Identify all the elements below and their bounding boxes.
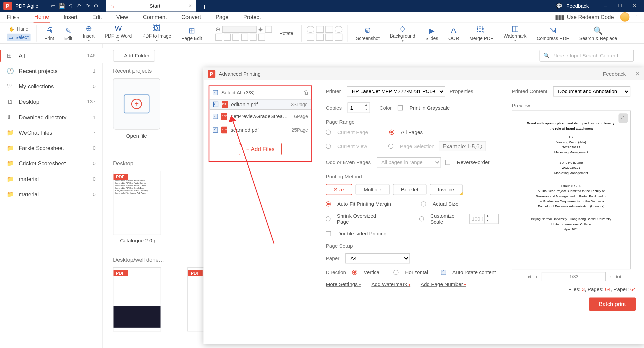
annot-6-icon[interactable]	[316, 33, 324, 40]
pm-tab-invoice[interactable]: Invoice	[430, 184, 462, 195]
menu-edit[interactable]: Edit	[91, 12, 103, 22]
minimize-button[interactable]: ─	[599, 1, 611, 10]
sidebar-item-download[interactable]: ⬇Download directory1	[0, 110, 102, 125]
menu-insert[interactable]: Insert	[63, 12, 78, 22]
horizontal-radio[interactable]	[393, 270, 398, 275]
save-icon[interactable]: 💾	[58, 1, 66, 10]
print-button[interactable]: 🖨Print	[40, 23, 58, 43]
next-page-icon[interactable]: ›	[610, 274, 612, 280]
annot-3-icon[interactable]	[325, 26, 333, 32]
tab-start[interactable]: ⌂ Start ×	[106, 0, 196, 11]
properties-link[interactable]: Properties	[450, 88, 473, 94]
page-indicator-input[interactable]	[542, 272, 606, 281]
sidebar-item-cricket[interactable]: 📁Cricket Scoresheet0	[0, 156, 102, 171]
file-checkbox[interactable]	[213, 127, 218, 132]
close-dialog-button[interactable]: ✕	[635, 70, 640, 77]
select-all-checkbox[interactable]	[213, 90, 218, 95]
stepper-down-icon[interactable]: ▼	[363, 108, 369, 113]
redeem-button[interactable]: ▮▮▮ Use Redeem Code	[555, 14, 614, 20]
new-tab-button[interactable]: +	[202, 3, 207, 12]
edit-button[interactable]: ✎Edit	[60, 23, 77, 43]
zoom-select[interactable]	[222, 26, 256, 32]
close-tab-icon[interactable]: ×	[189, 2, 192, 9]
insert-button[interactable]: ⊕Insert▾	[78, 23, 99, 43]
rotate-right-icon[interactable]	[258, 33, 265, 40]
delete-icon[interactable]: 🗑	[304, 90, 309, 96]
user-avatar[interactable]	[620, 12, 630, 22]
shrink-oversized-radio[interactable]	[326, 216, 330, 221]
sidebar-item-all[interactable]: ⊞All146	[0, 48, 102, 63]
merge-pdf-button[interactable]: ⿻Merge PDF	[465, 23, 497, 43]
copies-input[interactable]	[348, 105, 363, 111]
reverse-order-checkbox[interactable]	[445, 160, 450, 165]
sidebar-item-desktop[interactable]: 🖥Desktop137	[0, 94, 102, 110]
fit-page-icon[interactable]	[265, 26, 272, 32]
annot-1-icon[interactable]	[307, 26, 314, 32]
file-checkbox[interactable]	[213, 102, 218, 107]
batch-print-button[interactable]: Batch print	[589, 298, 636, 311]
undo-icon[interactable]: ↶	[75, 1, 84, 10]
last-page-icon[interactable]: ⏭	[616, 274, 621, 280]
menu-comment[interactable]: Comment	[142, 12, 168, 22]
first-page-icon[interactable]: ⏮	[526, 274, 531, 280]
paper-select[interactable]: A4	[345, 253, 410, 264]
copies-stepper[interactable]: ▲▼	[348, 102, 370, 113]
sidebar-item-material2[interactable]: 📁material0	[0, 187, 102, 202]
vertical-radio[interactable]	[352, 270, 357, 275]
more-settings-link[interactable]: More Settings ▾	[326, 281, 361, 287]
hand-tool[interactable]: ✋Hand	[7, 25, 30, 33]
sidebar-item-recent[interactable]: 🕘Recent projects1	[0, 63, 102, 79]
sidebar-item-material1[interactable]: 📁material0	[0, 171, 102, 187]
dialog-feedback-link[interactable]: Feedback	[603, 71, 626, 77]
current-view-radio[interactable]	[326, 144, 331, 149]
select-all-row[interactable]: Select All (3/3) 🗑	[209, 86, 311, 99]
print-icon[interactable]: 🖨	[66, 1, 75, 10]
add-folder-button[interactable]: +Add Folder	[113, 50, 155, 62]
rotate-left-icon[interactable]	[250, 33, 256, 40]
add-watermark-link[interactable]: Add Watermark	[371, 281, 410, 287]
view-mode-4-icon[interactable]	[241, 33, 248, 40]
annot-2-icon[interactable]	[316, 26, 324, 32]
view-mode-3-icon[interactable]	[232, 33, 239, 40]
printer-select[interactable]: HP LaserJet MFP M227-M231 PCL-6	[347, 86, 445, 97]
grayscale-checkbox[interactable]	[398, 105, 403, 110]
settings-icon[interactable]: ⚙	[92, 1, 101, 10]
custom-scale-radio[interactable]	[419, 216, 424, 221]
menu-view[interactable]: View	[115, 12, 129, 22]
menu-convert[interactable]: Convert	[181, 12, 202, 22]
stepper-up-icon[interactable]: ▲	[363, 103, 369, 108]
pm-tab-booklet[interactable]: Booklet	[393, 184, 427, 195]
zoom-in-icon[interactable]: ⊕	[258, 26, 263, 32]
pdf-to-image-button[interactable]: 🖼PDF to Image▾	[138, 23, 175, 43]
open-icon[interactable]: ▭	[49, 1, 58, 10]
add-files-button[interactable]: + Add Files	[239, 143, 282, 155]
file-card-1[interactable]: PDF	[113, 267, 169, 331]
ocr-button[interactable]: AOCR	[444, 23, 463, 43]
redo-icon[interactable]: ↷	[83, 1, 92, 10]
view-mode-2-icon[interactable]	[224, 33, 230, 40]
double-sided-checkbox[interactable]	[326, 231, 331, 236]
all-pages-radio[interactable]	[389, 130, 394, 135]
select-tool[interactable]: ▭Select	[7, 33, 30, 41]
annot-7-icon[interactable]	[325, 33, 333, 40]
feedback-link[interactable]: Feedback	[566, 3, 589, 9]
printed-content-select[interactable]: Document and Annotation	[553, 86, 631, 97]
zoom-out-icon[interactable]: ⊖	[215, 26, 220, 32]
rotate-button[interactable]: Rotate	[275, 23, 298, 43]
odd-even-select[interactable]: All pages in range	[377, 157, 441, 168]
annot-8-icon[interactable]	[335, 33, 342, 40]
close-window-button[interactable]: ✕	[629, 1, 641, 10]
background-button[interactable]: ◇Background▾	[386, 23, 419, 43]
screenshot-button[interactable]: ⎚Screenshot	[352, 23, 384, 43]
menu-file[interactable]: File	[6, 12, 20, 22]
pdf-to-word-button[interactable]: WPDF to Word▾	[101, 23, 136, 43]
file-card-catalogue[interactable]: PDFHow to edit a PDF file in Adobe Reade…	[113, 171, 169, 244]
auto-fit-radio[interactable]	[326, 201, 331, 206]
search-replace-button[interactable]: 🔍Search & Replace	[575, 23, 622, 43]
add-page-number-link[interactable]: Add Page Number	[421, 281, 466, 287]
compress-pdf-button[interactable]: ⇲Compress PDF	[532, 23, 573, 43]
sidebar-item-collections[interactable]: ♡My collections0	[0, 79, 102, 94]
maximize-button[interactable]: ❐	[614, 1, 626, 10]
open-file-card[interactable]: +	[113, 78, 160, 130]
slides-button[interactable]: ▶Slides	[421, 23, 442, 43]
